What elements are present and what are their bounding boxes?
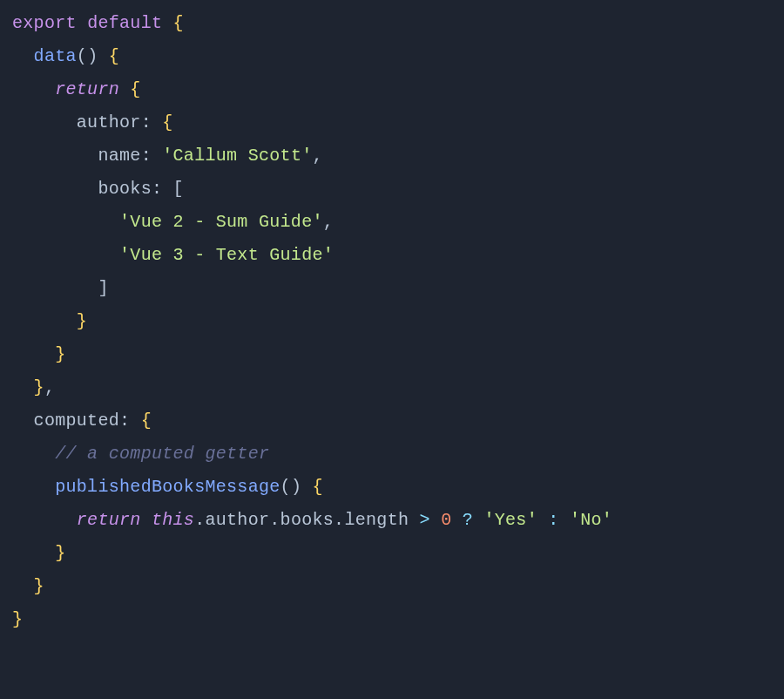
comment-getter: // a computed getter xyxy=(55,444,269,464)
brace-close: } xyxy=(55,543,65,563)
code-line: } xyxy=(12,344,66,364)
paren-open: ( xyxy=(280,477,291,497)
code-line: return this.author.books.length > 0 ? 'Y… xyxy=(12,510,612,530)
brace-close: } xyxy=(12,609,23,629)
brace-open: { xyxy=(130,79,140,99)
bracket-open: [ xyxy=(173,179,184,199)
code-line: name: 'Callum Scott', xyxy=(12,146,323,166)
string-name-value: 'Callum Scott' xyxy=(162,146,312,166)
method-data: data xyxy=(34,46,77,66)
operator-ternary-c: : xyxy=(548,510,558,530)
brace-open: { xyxy=(141,411,152,431)
string-book1: 'Vue 2 - Sum Guide' xyxy=(119,212,323,232)
code-line: data() { xyxy=(12,46,119,66)
brace-open: { xyxy=(162,112,172,132)
number-zero: 0 xyxy=(441,510,451,530)
paren-open: ( xyxy=(77,46,87,66)
brace-close: } xyxy=(55,344,65,364)
paren-close: ) xyxy=(87,46,98,66)
operator-gt: > xyxy=(420,510,430,530)
operator-ternary-q: ? xyxy=(463,510,473,530)
brace-open: { xyxy=(313,477,323,497)
code-line: } xyxy=(12,543,66,563)
code-line: 'Vue 3 - Text Guide' xyxy=(12,245,334,265)
code-line: } xyxy=(12,576,44,596)
code-line: export default { xyxy=(12,13,184,33)
dot: . xyxy=(334,510,344,530)
bracket-close: ] xyxy=(98,278,108,298)
property-length: length xyxy=(344,510,409,530)
paren-close: ) xyxy=(291,477,301,497)
property-author: author xyxy=(77,112,141,132)
keyword-return: return xyxy=(55,79,119,99)
code-line: }, xyxy=(12,377,55,397)
property-computed: computed xyxy=(34,411,119,431)
comma: , xyxy=(313,146,323,166)
property-author: author xyxy=(205,510,269,530)
property-books: books xyxy=(98,179,152,199)
code-line: } xyxy=(12,609,23,629)
brace-open: { xyxy=(173,13,184,33)
code-line: } xyxy=(12,311,87,331)
code-line: ] xyxy=(12,278,109,298)
dot: . xyxy=(194,510,205,530)
comma: , xyxy=(323,212,334,232)
brace-close: } xyxy=(34,377,44,397)
colon: : xyxy=(119,411,130,431)
string-yes: 'Yes' xyxy=(483,510,537,530)
string-book2: 'Vue 3 - Text Guide' xyxy=(119,245,334,265)
comma: , xyxy=(44,377,55,397)
code-line: 'Vue 2 - Sum Guide', xyxy=(12,212,334,232)
keyword-default: default xyxy=(87,13,162,33)
colon: : xyxy=(141,146,152,166)
colon: : xyxy=(141,112,152,132)
code-editor[interactable]: export default { data() { return { autho… xyxy=(12,7,772,636)
keyword-export: export xyxy=(12,13,77,33)
keyword-return: return xyxy=(77,510,141,530)
code-line: // a computed getter xyxy=(12,444,269,464)
property-books: books xyxy=(280,510,335,530)
code-line: publishedBooksMessage() { xyxy=(12,477,323,497)
brace-close: } xyxy=(34,576,44,596)
brace-open: { xyxy=(109,46,119,66)
code-line: author: { xyxy=(12,112,173,132)
string-no: 'No' xyxy=(570,510,612,530)
code-line: return { xyxy=(12,79,141,99)
colon: : xyxy=(152,179,162,199)
brace-close: } xyxy=(77,311,87,331)
code-line: books: [ xyxy=(12,179,184,199)
code-line: computed: { xyxy=(12,411,152,431)
property-name: name xyxy=(98,146,140,166)
keyword-this: this xyxy=(152,510,194,530)
dot: . xyxy=(269,510,280,530)
method-published: publishedBooksMessage xyxy=(55,477,280,497)
